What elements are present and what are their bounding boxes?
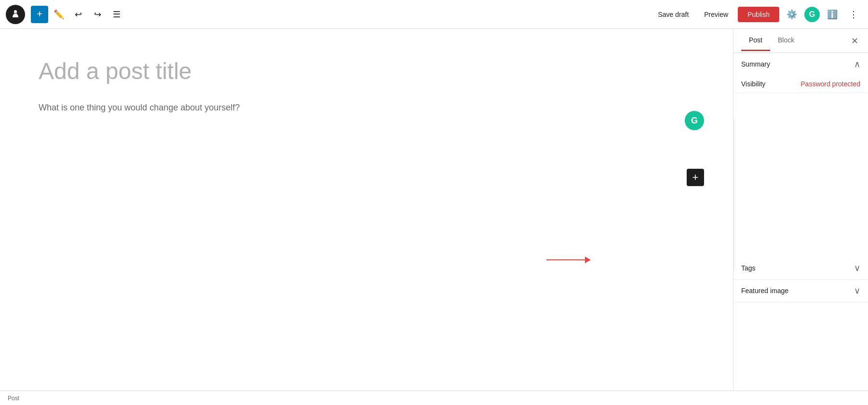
help-icon: ℹ️ <box>827 9 838 20</box>
preview-button[interactable]: Preview <box>698 7 734 22</box>
tags-label: Tags <box>741 264 756 272</box>
tab-block[interactable]: Block <box>770 30 802 51</box>
help-button[interactable]: ℹ️ <box>824 6 841 23</box>
tags-toggle-icon: ∨ <box>854 263 860 273</box>
sidebar: Post Block ✕ Summary ∧ Visibility Passwo… <box>733 29 868 391</box>
more-options-button[interactable]: ⋮ <box>845 6 862 23</box>
edit-mode-button[interactable]: ✏️ <box>50 6 68 23</box>
editor-grammarly-badge[interactable]: G <box>685 111 704 130</box>
tags-section: Tags ∨ <box>733 257 868 280</box>
featured-image-label: Featured image <box>741 287 788 295</box>
svg-point-0 <box>14 10 17 13</box>
toolbar-left: + ✏️ ↩ ↪ ☰ <box>6 5 125 24</box>
status-bar: Post <box>0 391 868 405</box>
document-overview-button[interactable]: ☰ <box>108 6 125 23</box>
add-block-inline-button[interactable]: + <box>687 169 704 186</box>
visibility-row: Visibility Password protected <box>733 75 868 93</box>
arrow-annotation <box>546 256 591 263</box>
summary-section: Summary ∧ Visibility Password protected <box>733 53 868 93</box>
toolbar: + ✏️ ↩ ↪ ☰ Save draft Preview Publish ⚙️… <box>0 0 868 29</box>
redo-button[interactable]: ↪ <box>89 6 106 23</box>
tab-post[interactable]: Post <box>741 30 770 51</box>
grammarly-icon[interactable]: G <box>804 7 820 22</box>
visibility-label: Visibility <box>741 80 765 88</box>
plus-icon: + <box>37 9 42 20</box>
grammarly-letter: G <box>691 116 698 126</box>
plus-inline-icon: + <box>692 171 699 184</box>
settings-button[interactable]: ⚙️ <box>783 6 800 23</box>
summary-title: Summary <box>741 60 770 68</box>
redo-icon: ↪ <box>94 9 101 20</box>
undo-button[interactable]: ↩ <box>69 6 87 23</box>
ellipsis-icon: ⋮ <box>849 9 858 20</box>
arrow-line <box>546 259 585 260</box>
featured-image-section: Featured image ∨ <box>733 280 868 302</box>
featured-toggle-icon: ∨ <box>854 285 860 296</box>
publish-button[interactable]: Publish <box>738 7 779 22</box>
post-content[interactable]: What is one thing you would change about… <box>39 100 694 115</box>
toolbar-right: Save draft Preview Publish ⚙️ G ℹ️ ⋮ <box>652 6 862 23</box>
sidebar-close-button[interactable]: ✕ <box>849 34 860 48</box>
sidebar-tabs: Post Block ✕ <box>733 29 868 53</box>
summary-header[interactable]: Summary ∧ <box>733 53 868 75</box>
arrow-head <box>585 256 591 263</box>
pen-icon: ✏️ <box>54 9 64 20</box>
featured-row[interactable]: Featured image ∨ <box>733 280 868 302</box>
main-layout: Add a post title What is one thing you w… <box>0 29 868 391</box>
site-logo[interactable] <box>6 5 25 24</box>
add-block-toolbar-button[interactable]: + <box>31 6 48 23</box>
gear-icon: ⚙️ <box>787 9 797 20</box>
editor-area[interactable]: Add a post title What is one thing you w… <box>0 29 733 391</box>
status-label: Post <box>8 395 19 402</box>
save-draft-button[interactable]: Save draft <box>652 7 694 22</box>
tags-row[interactable]: Tags ∨ <box>733 257 868 279</box>
post-title[interactable]: Add a post title <box>39 58 694 84</box>
undo-icon: ↩ <box>75 9 82 20</box>
list-icon: ☰ <box>113 9 121 20</box>
summary-toggle-icon: ∧ <box>854 59 860 69</box>
visibility-value-button[interactable]: Password protected <box>800 80 860 88</box>
